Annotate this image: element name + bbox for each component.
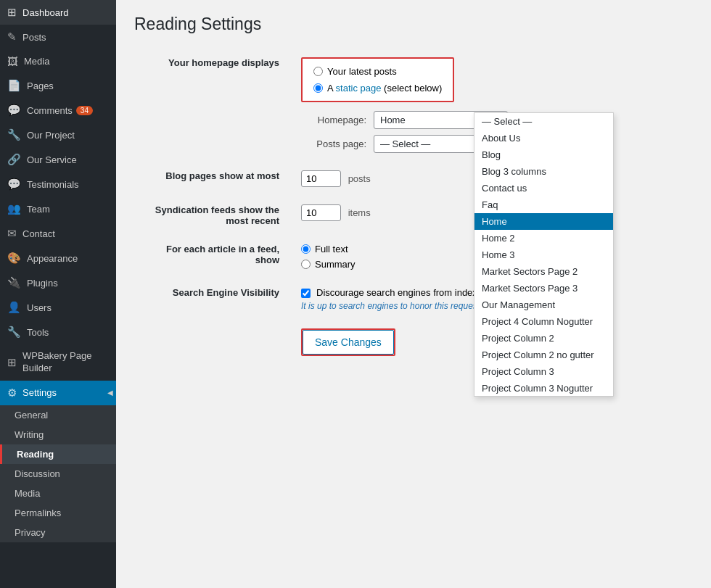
sidebar-item-tools[interactable]: 🔧 Tools [0,320,116,344]
sidebar-item-label: Settings [22,387,57,398]
submenu-discussion[interactable]: Discussion [0,464,116,484]
dropdown-item-project-col-3-no[interactable]: Project Column 3 Nogutter [474,380,613,396]
dropdown-item-market-sectors-2[interactable]: Market Sectors Page 2 [474,263,613,280]
sidebar-item-label: Testimonials [27,179,79,190]
dropdown-item-our-management[interactable]: Our Management [474,297,613,313]
sidebar-item-label: Our Service [27,154,77,165]
sidebar-item-wpbakery[interactable]: ⊞ WPBakery Page Builder [0,344,116,381]
dropdown-item-project-4col[interactable]: Project 4 Column Nogutter [474,313,613,330]
submenu-media-label: Media [15,488,40,499]
submenu-media[interactable]: Media [0,484,116,503]
our-service-icon: 🔗 [7,153,21,166]
syndication-input[interactable] [301,204,341,221]
homepage-box: Your latest posts A static page (select … [301,57,454,102]
sidebar-item-label: Dashboard [22,7,69,18]
radio-latest-posts[interactable]: Your latest posts [313,66,442,77]
dropdown-item-blog-3col[interactable]: Blog 3 columns [474,163,613,180]
sidebar-item-pages[interactable]: 📄 Pages [0,73,116,98]
dropdown-scroll[interactable]: — Select — About Us Blog Blog 3 columns … [474,113,613,396]
radio-latest-posts-label: Your latest posts [327,66,397,77]
sidebar-item-contact[interactable]: ✉ Contact [0,221,116,246]
radio-summary-input[interactable] [301,260,311,269]
sidebar-item-plugins[interactable]: 🔌 Plugins [0,270,116,295]
sidebar-item-label: Team [27,204,50,215]
posts-icon: ✎ [7,30,17,44]
homepage-select-label: Homepage: [301,115,366,125]
sidebar-item-media[interactable]: 🖼 Media [0,49,116,73]
sidebar-item-settings[interactable]: ⚙ Settings [0,381,116,405]
dropdown-item-project-col-2[interactable]: Project Column 2 [474,330,613,347]
dropdown-item-project-col-2-no[interactable]: Project Column 2 no gutter [474,347,613,363]
submenu-reading[interactable]: Reading [0,444,116,464]
sidebar-item-label: Tools [27,327,49,338]
blog-pages-input[interactable] [301,170,341,187]
save-button[interactable]: Save Changes [303,330,394,355]
sidebar-item-testimonials[interactable]: 💬 Testimonials [0,172,116,196]
radio-full-text-input[interactable] [301,244,311,254]
sidebar-item-posts[interactable]: ✎ Posts [0,25,116,49]
wpbakery-icon: ⊞ [7,355,17,370]
sidebar-item-appearance[interactable]: 🎨 Appearance [0,246,116,270]
save-button-wrapper: Save Changes [301,328,395,356]
settings-icon: ⚙ [7,386,17,399]
dropdown-item-contact-us[interactable]: Contact us [474,180,613,196]
sidebar-item-team[interactable]: 👥 Team [0,196,116,221]
sidebar-item-comments[interactable]: 💬 Comments 34 [0,98,116,123]
sidebar-item-label: Pages [27,80,54,91]
submenu-writing[interactable]: Writing [0,425,116,444]
syndication-label: Syndication feeds show the most recent [134,196,294,235]
sidebar-item-our-project[interactable]: 🔧 Our Project [0,123,116,147]
sidebar-item-label: Our Project [27,130,75,141]
dropdown-item-project-col-3[interactable]: Project Column 3 [474,363,613,380]
sidebar-item-dashboard[interactable]: ⊞ Dashboard [0,0,116,25]
homepage-displays-label: Your homepage displays [134,49,294,162]
blog-pages-unit: posts [348,173,371,184]
feed-show-label: For each article in a feed, show [134,235,294,278]
sidebar-item-label: Posts [22,32,46,43]
static-page-link[interactable]: static page [336,83,382,94]
media-icon: 🖼 [7,55,18,67]
syndication-unit: items [348,207,371,218]
sidebar-item-users[interactable]: 👤 Users [0,295,116,320]
sidebar-item-our-service[interactable]: 🔗 Our Service [0,147,116,172]
submenu-privacy-label: Privacy [15,527,46,538]
dropdown-item-home[interactable]: Home [474,213,613,230]
submenu-discussion-label: Discussion [15,468,60,479]
tools-icon: 🔧 [7,326,21,339]
discourage-checkbox[interactable] [301,289,311,298]
comments-icon: 💬 [7,104,21,117]
contact-icon: ✉ [7,227,17,240]
search-visibility-label: Search Engine Visibility [134,278,294,320]
dropdown-item-select[interactable]: — Select — [474,113,613,130]
sidebar-item-label: Comments [27,105,73,116]
save-label-spacer [134,320,294,365]
dropdown-item-market-sectors-3[interactable]: Market Sectors Page 3 [474,280,613,297]
radio-latest-posts-input[interactable] [313,67,323,76]
testimonials-icon: 💬 [7,178,21,191]
submenu-privacy[interactable]: Privacy [0,523,116,542]
radio-full-text-label: Full text [315,244,348,254]
dashboard-icon: ⊞ [7,6,17,19]
submenu-general[interactable]: General [0,405,116,425]
radio-static-page-input[interactable] [313,83,323,93]
comments-badge: 34 [76,106,93,115]
dropdown-item-home-3[interactable]: Home 3 [474,247,613,263]
blog-pages-label: Blog pages show at most [134,162,294,196]
dropdown-item-about-us[interactable]: About Us [474,130,613,146]
submenu-permalinks-label: Permalinks [15,508,61,518]
homepage-dropdown-overlay: — Select — About Us Blog Blog 3 columns … [474,112,614,397]
users-icon: 👤 [7,301,21,314]
settings-submenu: General Writing Reading Discussion Media… [0,405,116,542]
radio-static-page-label: A static page (select below) [327,83,442,94]
posts-page-label: Posts page: [301,138,366,149]
main-content: Reading Settings Your homepage displays … [116,0,711,588]
sidebar-item-label: Plugins [27,278,58,289]
radio-static-page[interactable]: A static page (select below) [313,83,442,94]
submenu-permalinks[interactable]: Permalinks [0,503,116,523]
dropdown-item-blog[interactable]: Blog [474,146,613,163]
dropdown-item-home-2[interactable]: Home 2 [474,230,613,247]
page-title: Reading Settings [134,15,693,34]
submenu-writing-label: Writing [15,429,44,440]
sidebar-item-label: Appearance [27,253,78,264]
dropdown-item-faq[interactable]: Faq [474,196,613,213]
